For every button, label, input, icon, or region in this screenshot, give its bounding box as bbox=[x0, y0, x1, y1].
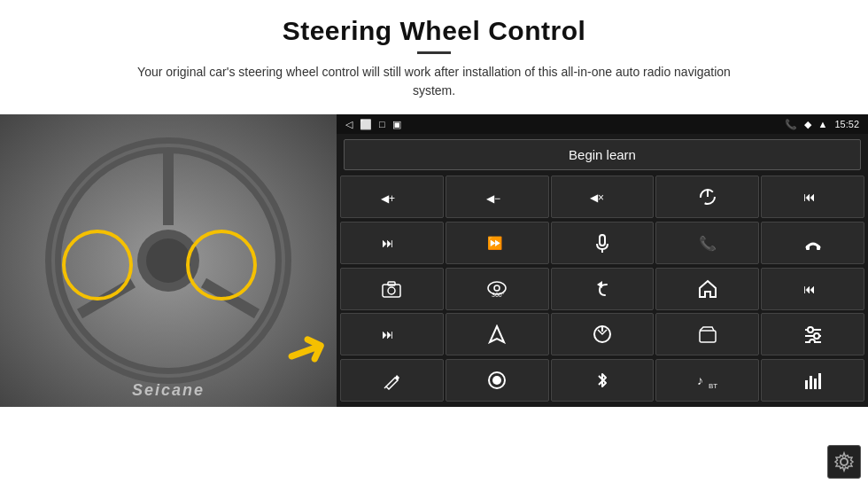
svg-text:⏮: ⏮ bbox=[803, 190, 816, 204]
wifi-icon: ▲ bbox=[818, 119, 828, 129]
ctrl-vol-down[interactable]: ◀− bbox=[446, 176, 549, 218]
svg-rect-48 bbox=[818, 373, 821, 389]
ctrl-mute[interactable]: ◀× bbox=[551, 176, 655, 218]
ctrl-settings2[interactable] bbox=[761, 313, 864, 355]
phone-status-icon: 📞 bbox=[785, 119, 797, 130]
ctrl-back[interactable] bbox=[551, 268, 655, 310]
svg-point-49 bbox=[841, 458, 848, 465]
svg-rect-46 bbox=[810, 376, 812, 389]
svg-point-24 bbox=[494, 285, 500, 291]
ctrl-power[interactable] bbox=[655, 176, 759, 218]
controls-grid: ◀+ ◀− ◀× ⏮ bbox=[337, 176, 868, 407]
svg-text:📞: 📞 bbox=[699, 235, 717, 252]
status-bar-right: 📞 ◆ ▲ 15:52 bbox=[785, 119, 859, 130]
steering-wheel-bg: ➜ Seicane bbox=[0, 114, 337, 407]
svg-marker-30 bbox=[490, 326, 504, 342]
status-bar-left: ◁ ⬜ □ ▣ bbox=[345, 119, 401, 130]
ctrl-360cam[interactable]: 360° bbox=[446, 268, 549, 310]
svg-text:♪: ♪ bbox=[697, 373, 703, 387]
begin-learn-button[interactable]: Begin learn bbox=[344, 139, 861, 170]
svg-point-35 bbox=[808, 327, 813, 332]
highlight-circle-right bbox=[186, 230, 257, 301]
page-subtitle: Your original car's steering wheel contr… bbox=[124, 63, 744, 100]
svg-rect-19 bbox=[817, 246, 820, 250]
svg-text:⏮: ⏮ bbox=[803, 282, 816, 296]
svg-marker-27 bbox=[700, 281, 716, 297]
gear-settings-button[interactable] bbox=[827, 445, 861, 479]
ctrl-ff[interactable]: ⏭ bbox=[340, 313, 444, 355]
title-divider bbox=[417, 51, 451, 54]
ctrl-home[interactable] bbox=[655, 268, 759, 310]
content-area: ➜ Seicane ◁ ⬜ □ ▣ 📞 ◆ ▲ 15:52 bbox=[0, 114, 868, 449]
ctrl-hangup[interactable] bbox=[761, 222, 864, 264]
ctrl-edit[interactable] bbox=[340, 359, 444, 402]
svg-point-37 bbox=[814, 333, 819, 339]
svg-rect-33 bbox=[700, 331, 716, 342]
status-bar: ◁ ⬜ □ ▣ 📞 ◆ ▲ 15:52 bbox=[337, 114, 868, 134]
ctrl-camera[interactable] bbox=[340, 268, 444, 310]
ctrl-rewind[interactable]: ⏮ bbox=[761, 268, 864, 310]
ctrl-prev[interactable]: ⏮ bbox=[761, 176, 864, 218]
clock: 15:52 bbox=[834, 119, 859, 129]
svg-rect-18 bbox=[806, 246, 810, 250]
ctrl-music[interactable]: ♪ BT bbox=[655, 359, 759, 402]
svg-point-21 bbox=[388, 287, 395, 294]
signal-icon: ◆ bbox=[804, 119, 811, 130]
svg-rect-45 bbox=[805, 380, 808, 389]
back-nav-icon[interactable]: ◁ bbox=[345, 119, 353, 130]
ctrl-vol-up[interactable]: ◀+ bbox=[340, 176, 444, 218]
page-bottom bbox=[0, 449, 868, 484]
svg-point-5 bbox=[146, 238, 190, 283]
ctrl-mic[interactable] bbox=[551, 222, 655, 264]
svg-text:⏭: ⏭ bbox=[382, 327, 394, 341]
notification-icon: ▣ bbox=[392, 119, 401, 130]
svg-rect-20 bbox=[383, 285, 400, 297]
ctrl-bluetooth[interactable] bbox=[551, 359, 655, 402]
page-title: Steering Wheel Control bbox=[53, 16, 815, 46]
ctrl-switch[interactable] bbox=[551, 313, 655, 355]
svg-text:◀−: ◀− bbox=[486, 192, 500, 205]
highlight-circle-left bbox=[62, 230, 133, 301]
svg-point-42 bbox=[492, 376, 501, 385]
recents-nav-icon[interactable]: □ bbox=[379, 119, 385, 129]
ctrl-equalizer[interactable] bbox=[761, 359, 864, 402]
svg-text:⏭: ⏭ bbox=[382, 236, 394, 250]
gear-icon bbox=[833, 451, 855, 472]
svg-rect-15 bbox=[600, 235, 605, 246]
svg-rect-22 bbox=[388, 282, 395, 285]
svg-text:◀+: ◀+ bbox=[381, 192, 395, 205]
ctrl-record[interactable] bbox=[446, 359, 549, 402]
ctrl-radio[interactable] bbox=[655, 313, 759, 355]
ctrl-ff-rw[interactable]: ⏩ bbox=[446, 222, 549, 264]
svg-rect-47 bbox=[814, 379, 817, 389]
ctrl-phone[interactable]: 📞 bbox=[655, 222, 759, 264]
svg-point-39 bbox=[810, 340, 815, 343]
ctrl-navigate[interactable] bbox=[446, 313, 549, 355]
svg-text:◀×: ◀× bbox=[590, 191, 604, 204]
steering-wheel-area: ➜ Seicane bbox=[0, 114, 337, 407]
ctrl-next-track[interactable]: ⏭ bbox=[340, 222, 444, 264]
svg-text:BT: BT bbox=[709, 382, 717, 390]
header-section: Steering Wheel Control Your original car… bbox=[0, 0, 868, 107]
android-panel: ◁ ⬜ □ ▣ 📞 ◆ ▲ 15:52 Begin learn ◀+ bbox=[337, 114, 868, 407]
svg-line-40 bbox=[384, 386, 386, 388]
home-nav-icon[interactable]: ⬜ bbox=[360, 119, 372, 130]
svg-text:⏩: ⏩ bbox=[487, 236, 503, 251]
svg-text:360°: 360° bbox=[492, 292, 505, 298]
seicane-watermark: Seicane bbox=[132, 381, 205, 400]
